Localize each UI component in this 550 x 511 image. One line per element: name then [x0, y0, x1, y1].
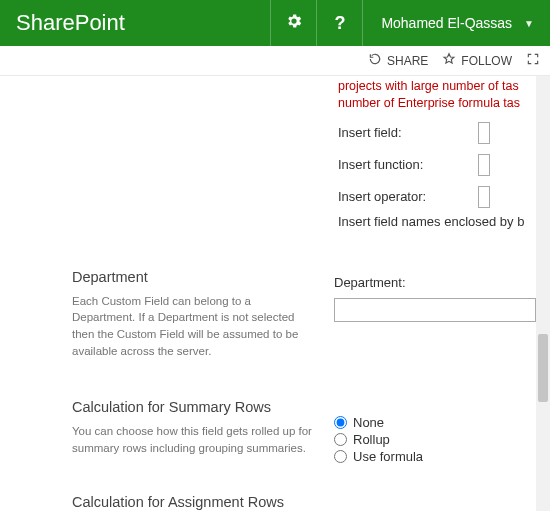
focus-icon: [526, 52, 540, 69]
follow-button[interactable]: FOLLOW: [442, 52, 512, 69]
insert-operator-label: Insert operator:: [338, 189, 478, 204]
user-menu[interactable]: Mohamed El-Qassas ▼: [362, 0, 550, 46]
radio-formula[interactable]: [334, 450, 347, 463]
brand-title: SharePoint: [0, 10, 270, 36]
page-content: projects with large number of tas number…: [0, 76, 550, 511]
formula-hint: Insert field names enclosed by b: [338, 214, 550, 229]
focus-button[interactable]: [526, 52, 540, 69]
calc-option-rollup[interactable]: Rollup: [334, 432, 536, 447]
scrollbar-thumb[interactable]: [538, 334, 548, 402]
insert-function-select[interactable]: [478, 154, 490, 176]
help-icon: ?: [334, 13, 345, 34]
share-label: SHARE: [387, 54, 428, 68]
user-name: Mohamed El-Qassas: [381, 15, 512, 31]
radio-none[interactable]: [334, 416, 347, 429]
department-field-label: Department:: [334, 275, 536, 290]
calc-summary-options: None Rollup Use formula: [334, 415, 536, 464]
calc-summary-desc: You can choose how this field gets rolle…: [72, 423, 316, 456]
radio-formula-label: Use formula: [353, 449, 423, 464]
radio-none-label: None: [353, 415, 384, 430]
calc-option-formula[interactable]: Use formula: [334, 449, 536, 464]
radio-rollup[interactable]: [334, 433, 347, 446]
insert-field-select[interactable]: [478, 122, 490, 144]
radio-rollup-label: Rollup: [353, 432, 390, 447]
calc-summary-title: Calculation for Summary Rows: [72, 399, 316, 415]
suite-bar: SharePoint ? Mohamed El-Qassas ▼: [0, 0, 550, 46]
chevron-down-icon: ▼: [524, 18, 534, 29]
settings-button[interactable]: [270, 0, 316, 46]
share-button[interactable]: SHARE: [368, 52, 428, 69]
department-section-desc: Each Custom Field can belong to a Depart…: [72, 293, 316, 360]
department-section-title: Department: [72, 269, 316, 285]
insert-function-label: Insert function:: [338, 157, 478, 172]
page-action-bar: SHARE FOLLOW: [0, 46, 550, 76]
share-icon: [368, 52, 382, 69]
vertical-scrollbar[interactable]: [536, 76, 550, 511]
insert-operator-select[interactable]: [478, 186, 490, 208]
calc-assign-title: Calculation for Assignment Rows: [72, 494, 316, 510]
formula-warning: projects with large number of tas number…: [338, 78, 550, 112]
follow-label: FOLLOW: [461, 54, 512, 68]
department-input[interactable]: [334, 298, 536, 322]
gear-icon: [285, 12, 303, 35]
star-icon: [442, 52, 456, 69]
help-button[interactable]: ?: [316, 0, 362, 46]
insert-field-label: Insert field:: [338, 125, 478, 140]
calc-option-none[interactable]: None: [334, 415, 536, 430]
